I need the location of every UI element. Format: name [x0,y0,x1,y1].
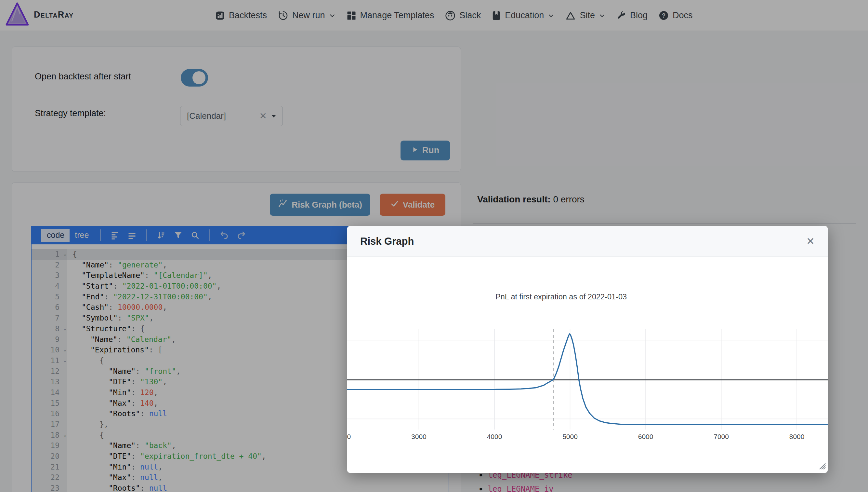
svg-text:7000: 7000 [714,433,729,440]
resize-handle-icon[interactable] [818,461,826,471]
risk-graph-chart[interactable]: 2000300040005000600070008000PnL at first… [347,257,828,473]
svg-text:PnL at first expiration as of: PnL at first expiration as of 2022-01-03 [495,293,627,301]
svg-text:6000: 6000 [638,433,653,440]
close-icon[interactable]: ✕ [806,236,815,246]
modal-title: Risk Graph [360,236,806,247]
risk-graph-modal: Risk Graph ✕ 200030004000500060007000800… [347,226,828,473]
svg-text:5000: 5000 [562,433,578,440]
svg-text:2000: 2000 [347,433,351,440]
svg-text:3000: 3000 [411,433,426,440]
modal-header: Risk Graph ✕ [347,226,828,257]
svg-text:8000: 8000 [789,433,805,440]
app-stage: DeltaRay Backtests New run Manage Templa… [0,0,868,492]
modal-body: 2000300040005000600070008000PnL at first… [347,257,828,473]
svg-text:4000: 4000 [487,433,502,440]
